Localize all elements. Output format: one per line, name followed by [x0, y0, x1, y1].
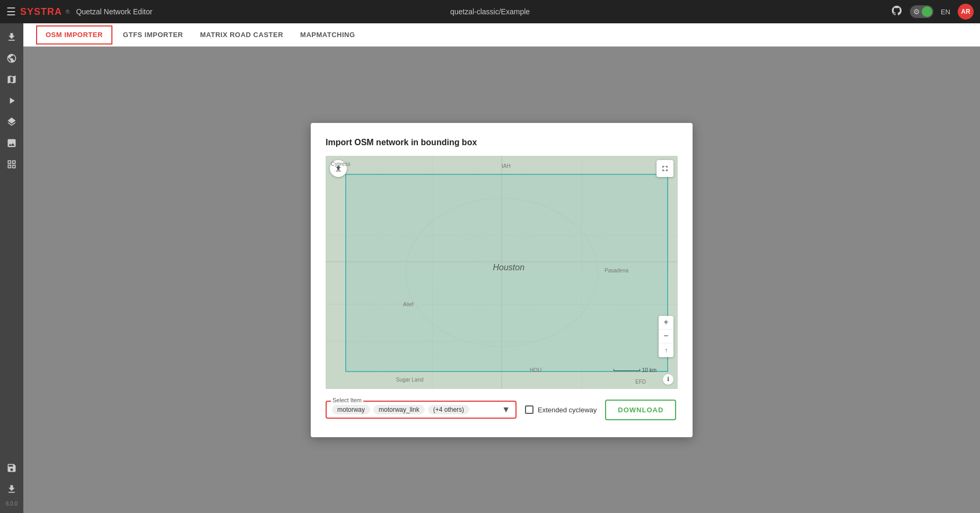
- logo: SYSTRA ®: [20, 6, 69, 17]
- tag-others: (+4 others): [428, 405, 469, 414]
- select-item-tags: motorway motorway_link (+4 others) ▼: [332, 405, 510, 414]
- sidebar-item-map[interactable]: [2, 70, 21, 89]
- sidebar-item-layers[interactable]: [2, 112, 21, 131]
- tag-motorway-link: motorway_link: [373, 405, 425, 414]
- tab-matrix-road-caster[interactable]: MATRIX ROAD CASTER: [191, 23, 292, 47]
- map-info-button[interactable]: ℹ: [663, 374, 673, 385]
- language-label[interactable]: EN: [941, 8, 950, 16]
- sidebar-item-save[interactable]: [2, 458, 21, 477]
- avatar[interactable]: AR: [958, 4, 974, 20]
- map-label-efd: EFD: [635, 379, 646, 385]
- tab-mapmatching[interactable]: MAPMATCHING: [292, 23, 363, 47]
- modal-card: Import OSM network in bounding box: [311, 123, 693, 437]
- github-icon[interactable]: [891, 5, 903, 19]
- select-item-label: Select Item: [331, 397, 363, 403]
- download-button[interactable]: DOWNLOAD: [605, 400, 676, 420]
- map-label-iah: IAH: [502, 163, 511, 169]
- header: ☰ SYSTRA ® Quetzal Network Editor quetza…: [0, 0, 980, 23]
- header-right: ⚙ EN AR: [891, 4, 974, 20]
- bottom-controls: Select Item motorway motorway_link (+4 o…: [326, 400, 678, 420]
- tab-bar: OSM IMPORTER GTFS IMPORTER MATRIX ROAD C…: [23, 23, 980, 47]
- sidebar-item-play[interactable]: [2, 91, 21, 110]
- logo-text: SYSTRA: [20, 6, 62, 17]
- map-scale: 10 km: [614, 367, 657, 373]
- extended-cycleway-checkbox[interactable]: [525, 405, 533, 414]
- app-title: Quetzal Network Editor: [76, 7, 152, 16]
- map-expand-button[interactable]: [657, 160, 673, 177]
- settings-icon: ⚙: [913, 7, 920, 16]
- content-area: OSM IMPORTER GTFS IMPORTER MATRIX ROAD C…: [23, 23, 980, 513]
- dropdown-arrow-icon[interactable]: ▼: [502, 405, 510, 414]
- sidebar-item-upload[interactable]: [2, 28, 21, 47]
- logo-registered: ®: [66, 9, 69, 15]
- map-compass-button[interactable]: ↑: [659, 343, 673, 357]
- tag-motorway: motorway: [332, 405, 370, 414]
- select-item-group[interactable]: Select Item motorway motorway_link (+4 o…: [326, 401, 517, 419]
- tab-gtfs-importer[interactable]: GTFS IMPORTER: [115, 23, 191, 47]
- sidebar-item-image[interactable]: [2, 134, 21, 153]
- sidebar-item-download[interactable]: [2, 480, 21, 499]
- map-zoom-in-button[interactable]: +: [659, 316, 673, 330]
- map-label-sugarland: Sugar Land: [396, 377, 424, 383]
- page-content: Import OSM network in bounding box: [23, 47, 980, 513]
- modal-title: Import OSM network in bounding box: [326, 138, 678, 147]
- settings-toggle[interactable]: ⚙: [910, 5, 933, 18]
- main-area: 6.0.0 OSM IMPORTER GTFS IMPORTER MATRIX …: [0, 23, 980, 513]
- extended-cycleway-label: Extended cycleway: [538, 406, 597, 414]
- map-label-hou: HOU: [530, 367, 541, 373]
- map-label-alief: Alief: [403, 302, 413, 307]
- map-label-cypress: Cypress: [331, 161, 351, 167]
- map-label-houston: Houston: [493, 263, 524, 272]
- sidebar: 6.0.0: [0, 23, 23, 513]
- project-name: quetzal-classic/Example: [450, 7, 530, 16]
- sidebar-item-grid[interactable]: [2, 155, 21, 174]
- version-label: 6.0.0: [6, 501, 18, 507]
- map-scale-label: 10 km: [642, 367, 657, 373]
- tab-osm-importer[interactable]: OSM IMPORTER: [36, 25, 112, 45]
- sidebar-item-globe[interactable]: [2, 49, 21, 68]
- map-zoom-out-button[interactable]: −: [659, 330, 673, 343]
- map-container[interactable]: Cypress IAH Houston Alief Pasadena Sugar…: [326, 156, 678, 389]
- map-zoom-controls: + − ↑: [659, 316, 673, 357]
- map-label-pasadena: Pasadena: [605, 268, 628, 273]
- map-scale-bar: [614, 369, 640, 371]
- extended-cycleway-group[interactable]: Extended cycleway: [525, 405, 597, 414]
- menu-button[interactable]: ☰: [6, 5, 16, 18]
- toggle-knob: [922, 6, 932, 17]
